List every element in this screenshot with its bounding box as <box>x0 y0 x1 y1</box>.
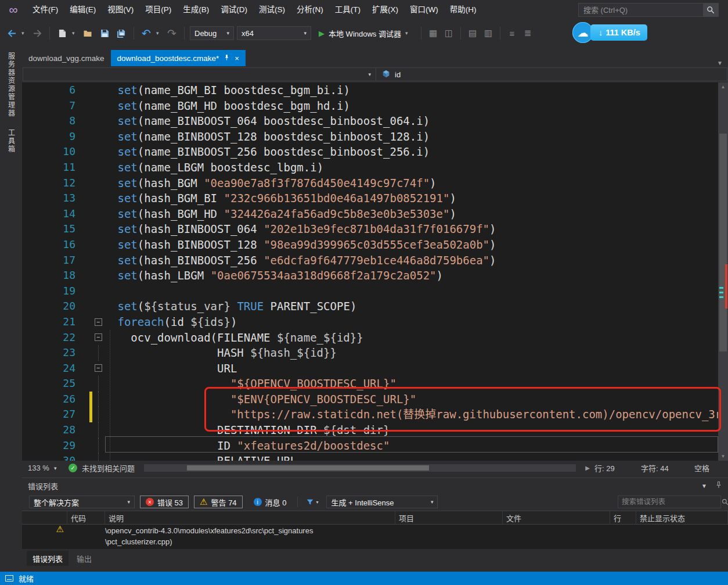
health-check-icon[interactable]: ✓ <box>69 464 77 472</box>
tab-download-vgg[interactable]: download_vgg.cmake <box>22 50 111 66</box>
close-icon[interactable]: × <box>235 54 239 63</box>
fold-collapse-icon[interactable]: − <box>95 333 102 341</box>
menu-item[interactable]: 项目(P) <box>139 0 177 20</box>
start-debugging-button[interactable]: ▶本地 Windows 调试器▾ <box>314 26 416 40</box>
toolbar-icon[interactable]: ≣ <box>521 28 534 38</box>
fold-margin[interactable] <box>93 206 103 222</box>
open-file-button[interactable] <box>81 26 95 40</box>
scope-filter-dropdown[interactable]: 整个解决方案▾ <box>29 496 135 508</box>
fold-margin[interactable] <box>93 98 103 114</box>
fold-margin[interactable] <box>93 283 103 299</box>
column-header-2[interactable]: 说明 <box>105 511 395 524</box>
code-editor[interactable]: 6 set(name_BGM_BI boostdesc_bgm_bi.i)7 s… <box>22 82 728 461</box>
redo-button[interactable]: ↷ <box>165 26 179 40</box>
tab-list-dropdown-icon[interactable]: ▼ <box>717 60 728 66</box>
column-header-3[interactable]: 项目 <box>395 511 503 524</box>
source-filter-dropdown[interactable]: 生成 + IntelliSense▾ <box>326 496 438 508</box>
fold-margin[interactable]: − <box>93 330 103 346</box>
scrollbar-thumb[interactable] <box>719 134 727 351</box>
solution-configuration-dropdown[interactable]: Debug▾ <box>190 26 234 40</box>
fold-margin[interactable] <box>93 82 103 98</box>
column-header-6[interactable]: 禁止显示状态 <box>636 511 728 524</box>
download-speed-overlay[interactable]: ☁ ↓ 111 KB/s <box>572 21 647 44</box>
fold-margin[interactable] <box>93 376 103 392</box>
search-icon[interactable] <box>719 498 728 505</box>
severity-column-header[interactable] <box>22 511 67 524</box>
menu-item[interactable]: 分析(N) <box>291 0 329 20</box>
fold-margin[interactable] <box>93 160 103 175</box>
fold-collapse-icon[interactable]: − <box>95 364 102 372</box>
column-header-1[interactable]: 代码 <box>67 511 105 524</box>
background-tasks-icon[interactable] <box>5 575 13 582</box>
fold-margin[interactable] <box>93 268 103 283</box>
fold-margin[interactable] <box>93 113 103 129</box>
horizontal-scrollbar-thumb[interactable] <box>187 465 429 471</box>
navigate-back-dropdown-icon[interactable]: ▾ <box>21 30 27 36</box>
fold-margin[interactable] <box>93 422 103 438</box>
fold-margin[interactable] <box>93 299 103 314</box>
fold-margin[interactable] <box>93 407 103 422</box>
menu-item[interactable]: 帮助(H) <box>444 0 482 20</box>
fold-margin[interactable] <box>93 191 103 206</box>
undo-button[interactable]: ↶ <box>139 26 153 40</box>
tab-output[interactable]: 输出 <box>71 551 98 566</box>
fold-margin[interactable] <box>93 144 103 160</box>
fold-margin[interactable]: − <box>93 361 103 376</box>
menu-item[interactable]: 编辑(E) <box>64 0 102 20</box>
fold-margin[interactable] <box>93 453 103 461</box>
toolbar-icon[interactable]: ◫ <box>442 28 455 38</box>
fold-margin[interactable] <box>93 175 103 191</box>
menu-item[interactable]: 调试(D) <box>215 0 253 20</box>
types-dropdown[interactable]: ▾ <box>23 68 376 81</box>
fold-margin[interactable] <box>93 237 103 253</box>
navigate-forward-button[interactable] <box>30 26 44 40</box>
panel-title-bar[interactable]: 错误列表 ▼ <box>22 478 728 493</box>
scroll-up-icon[interactable]: ▲ <box>718 84 728 89</box>
zoom-dropdown[interactable]: 133 %▾ <box>28 464 64 472</box>
members-dropdown[interactable]: id <box>376 70 727 80</box>
save-all-button[interactable] <box>114 26 128 40</box>
fold-margin[interactable] <box>93 392 103 407</box>
undo-dropdown-icon[interactable]: ▾ <box>156 30 162 36</box>
errors-filter-button[interactable]: ×错误 53 <box>140 496 189 508</box>
fold-margin[interactable]: − <box>93 314 103 330</box>
fold-collapse-icon[interactable]: − <box>95 318 102 326</box>
tab-error-list[interactable]: 错误列表 <box>27 551 69 566</box>
fold-margin[interactable] <box>93 129 103 145</box>
toolbar-icon[interactable]: ▤ <box>466 28 479 38</box>
navigate-back-button[interactable] <box>5 26 19 40</box>
menu-item[interactable]: 工具(T) <box>329 0 366 20</box>
new-file-dropdown-icon[interactable]: ▾ <box>72 30 78 36</box>
description-cell[interactable]: \opencv_contrib-4.3.0\modules\xfeatures2… <box>105 525 395 549</box>
sidebar-item-toolbox[interactable]: 工具箱 <box>6 129 16 153</box>
menu-item[interactable]: 测试(S) <box>253 0 291 20</box>
sidebar-item-server-explorer[interactable]: 服务器资源管理器 <box>6 52 16 117</box>
scroll-down-icon[interactable]: ▼ <box>718 454 728 459</box>
fold-margin[interactable] <box>93 253 103 268</box>
filter-button[interactable]: ▾ <box>303 496 321 508</box>
window-position-dropdown-icon[interactable]: ▼ <box>701 483 707 489</box>
pin-icon[interactable] <box>224 54 230 63</box>
column-header-5[interactable]: 行 <box>610 511 636 524</box>
fold-margin[interactable] <box>93 221 103 237</box>
new-file-button[interactable] <box>55 26 69 40</box>
horizontal-scrollbar[interactable] <box>144 464 576 472</box>
warnings-filter-button[interactable]: ⚠警告 74 <box>194 496 243 508</box>
toolbar-icon[interactable]: ≡ <box>506 28 518 38</box>
quick-search-box[interactable] <box>578 3 719 17</box>
pin-icon[interactable] <box>715 481 722 490</box>
error-list-search-input[interactable] <box>618 498 719 506</box>
error-list-rows[interactable]: ⚠ \opencv_contrib-4.3.0\modules\xfeature… <box>22 525 728 549</box>
fold-margin[interactable] <box>93 438 103 454</box>
menu-item[interactable]: 视图(V) <box>102 0 139 20</box>
scroll-right-icon[interactable]: ▶ <box>585 465 590 471</box>
toolbar-icon[interactable]: ▦ <box>427 28 439 38</box>
menu-item[interactable]: 扩展(X) <box>366 0 404 20</box>
solution-platform-dropdown[interactable]: x64▾ <box>237 26 311 40</box>
messages-filter-button[interactable]: i消息 0 <box>248 496 293 508</box>
quick-search-input[interactable] <box>579 6 703 15</box>
tab-download-boostdesc[interactable]: download_boostdesc.cmake* × <box>111 50 246 66</box>
column-header-4[interactable]: 文件 <box>503 511 610 524</box>
error-list-search-box[interactable] <box>618 496 721 508</box>
menu-item[interactable]: 窗口(W) <box>404 0 444 20</box>
